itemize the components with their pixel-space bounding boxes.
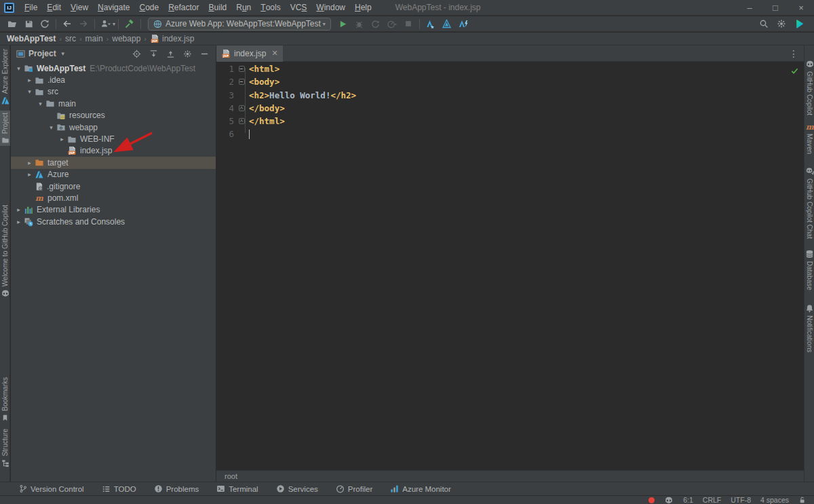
tool-window-button-problems[interactable]: Problems <box>154 484 199 493</box>
menu-refactor[interactable]: Refactor <box>163 0 204 16</box>
menu-file[interactable]: File <box>20 0 42 16</box>
sync-button[interactable] <box>37 17 53 31</box>
chevron-expanded-icon[interactable]: ▾ <box>24 88 35 95</box>
chevron-collapsed-icon[interactable]: ▸ <box>24 77 35 83</box>
code-line-5[interactable]: 5˄</html> <box>216 115 804 128</box>
chevron-expanded-icon[interactable]: ▾ <box>35 100 45 107</box>
back-button[interactable] <box>59 17 75 31</box>
code-line-6[interactable]: 6 <box>216 128 804 140</box>
code-line-3[interactable]: 3<h2>Hello World!</h2> <box>216 89 804 102</box>
tool-window-button-profiler[interactable]: Profiler <box>336 484 372 493</box>
tree-item-web-inf[interactable]: ▸WEB-INF <box>11 133 216 144</box>
gradient-play-button[interactable] <box>791 17 807 31</box>
profiler-button[interactable] <box>384 17 400 31</box>
maximize-button[interactable]: □ <box>762 0 788 15</box>
chevron-expanded-icon[interactable]: ▾ <box>14 65 24 72</box>
tool-window-button-azure-monitor[interactable]: Azure Monitor <box>390 484 451 493</box>
minimize-button[interactable]: – <box>737 0 762 15</box>
breadcrumb-src[interactable]: src <box>65 34 76 43</box>
menu-code[interactable]: Code <box>134 0 163 16</box>
search-button[interactable] <box>756 17 772 31</box>
tool-window-button-todo[interactable]: TODO <box>102 485 136 493</box>
breadcrumb-main[interactable]: main <box>85 34 103 43</box>
stop-button[interactable] <box>400 17 416 31</box>
menu-edit[interactable]: Edit <box>42 0 66 16</box>
file-encoding[interactable]: UTF-8 <box>731 496 751 504</box>
tree-item--idea[interactable]: ▸.idea <box>11 74 216 85</box>
breadcrumb-webapptest[interactable]: WebAppTest <box>7 34 56 43</box>
menu-run[interactable]: Run <box>231 0 256 16</box>
fold-marker-icon[interactable]: ˄ <box>234 118 249 124</box>
tree-item-webapp[interactable]: ▾webapp <box>11 121 216 133</box>
save-button[interactable] <box>20 17 37 31</box>
tree-item-scratches-and-consoles[interactable]: ▸Scratches and Consoles <box>11 216 216 227</box>
settings-gear-button[interactable] <box>773 17 790 31</box>
azure-feedback-button[interactable] <box>455 17 471 31</box>
tree-item-pom-xml[interactable]: mpom.xml <box>11 192 216 203</box>
fold-marker-icon[interactable]: ˄ <box>234 105 249 111</box>
tree-item-external-libraries[interactable]: ▸External Libraries <box>11 204 216 216</box>
chevron-collapsed-icon[interactable]: ▸ <box>24 171 35 178</box>
expand-all-button[interactable] <box>147 47 159 61</box>
breadcrumb-webapp[interactable]: webapp <box>112 34 140 43</box>
open-button[interactable] <box>4 17 20 31</box>
code-line-1[interactable]: 1−<html> <box>216 62 804 75</box>
inspections-ok-icon[interactable] <box>790 66 799 75</box>
tool-stripe-azure-explorer[interactable]: Azure Explorer <box>0 47 10 107</box>
menu-vcs[interactable]: VCS <box>286 0 312 16</box>
tool-stripe-database[interactable]: Database <box>805 248 814 292</box>
readonly-lock-icon[interactable] <box>798 496 806 504</box>
tab-index-jsp[interactable]: JSP index.jsp ✕ <box>216 45 283 62</box>
azure-explorer-button[interactable] <box>439 17 455 31</box>
run-configuration-select[interactable]: Azure Web App: WebAppTest:WebAppTest▾ <box>148 18 331 31</box>
breadcrumb-file[interactable]: index.jsp <box>162 34 194 43</box>
fold-marker-icon[interactable]: − <box>234 79 249 85</box>
tool-stripe-maven[interactable]: mMaven <box>805 120 814 156</box>
menu-view[interactable]: View <box>66 0 93 16</box>
tool-stripe-bookmarks[interactable]: Bookmarks <box>0 375 10 424</box>
code-line-4[interactable]: 4˄</body> <box>216 102 804 115</box>
tool-stripe-github-copilot-chat[interactable]: GitHub Copilot Chat <box>805 165 814 241</box>
line-separator[interactable]: CRLF <box>703 496 721 504</box>
menu-window[interactable]: Window <box>311 0 350 16</box>
azure-signin-button[interactable] <box>423 17 439 31</box>
copilot-status-icon[interactable] <box>664 496 674 504</box>
coverage-button[interactable] <box>368 17 384 31</box>
locate-button[interactable] <box>130 47 142 61</box>
indent-setting[interactable]: 4 spaces <box>760 496 789 504</box>
tree-item-index-jsp[interactable]: JSPindex.jsp <box>11 145 216 157</box>
tree-item-main[interactable]: ▾main <box>11 98 216 109</box>
gear-button[interactable] <box>181 47 193 61</box>
forward-button[interactable] <box>75 17 92 31</box>
code-editor[interactable]: 1−<html>2−<body>3<h2>Hello World!</h2>4˄… <box>216 62 804 470</box>
tool-stripe-project[interactable]: Project <box>0 111 10 146</box>
menu-build[interactable]: Build <box>204 0 232 16</box>
menu-tools[interactable]: Tools <box>256 0 285 16</box>
editor-options-icon[interactable]: ⋮ <box>789 48 804 59</box>
user-button[interactable] <box>98 17 114 31</box>
tree-item--gitignore[interactable]: .gitignore <box>11 180 216 192</box>
code-line-2[interactable]: 2−<body> <box>216 75 804 88</box>
collapse-all-button[interactable] <box>164 47 176 61</box>
chevron-collapsed-icon[interactable]: ▸ <box>14 206 24 213</box>
menu-help[interactable]: Help <box>350 0 376 16</box>
chevron-collapsed-icon[interactable]: ▸ <box>24 159 35 166</box>
tree-item-azure[interactable]: ▸Azure <box>11 169 216 180</box>
project-panel-title[interactable]: Project <box>28 49 56 58</box>
tab-close-icon[interactable]: ✕ <box>271 49 277 58</box>
tool-window-button-terminal[interactable]: Terminal <box>216 484 258 493</box>
build-hammer-button[interactable] <box>121 17 138 31</box>
chevron-expanded-icon[interactable]: ▾ <box>46 124 56 131</box>
tool-stripe-structure[interactable]: Structure <box>0 427 10 469</box>
tool-stripe-welcome-to-github-copilot[interactable]: Welcome to GitHub Copilot <box>0 203 10 300</box>
tree-item-webapptest[interactable]: ▾WebAppTestE:\ProductCode\WebAppTest <box>11 62 216 74</box>
tree-item-target[interactable]: ▸target <box>11 157 216 168</box>
close-button[interactable]: × <box>788 0 814 15</box>
hide-button[interactable] <box>198 47 210 61</box>
caret-position[interactable]: 6:1 <box>683 496 693 504</box>
run-button[interactable] <box>335 17 351 31</box>
tool-stripe-github-copilot[interactable]: GitHub Copilot <box>805 58 814 117</box>
tree-item-resources[interactable]: resources <box>11 110 216 121</box>
tree-item-src[interactable]: ▾src <box>11 86 216 98</box>
fold-marker-icon[interactable]: − <box>234 66 249 72</box>
